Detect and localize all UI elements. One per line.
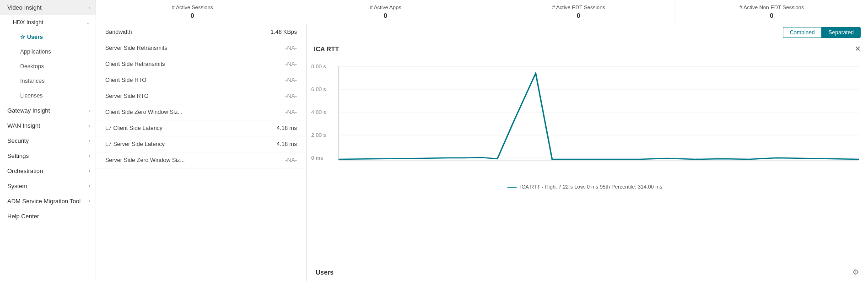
toggle-separated-button[interactable]: Separated bbox=[822, 27, 861, 38]
metrics-panel: Bandwidth 1.48 KBps Server Side Retransm… bbox=[96, 24, 307, 281]
chevron-right-icon: › bbox=[89, 5, 90, 10]
stats-bar: # Active Sessions 0 # Active Apps 0 # Ac… bbox=[96, 0, 868, 24]
sidebar-item-settings[interactable]: Settings › bbox=[0, 148, 96, 163]
stat-active-apps-label: # Active Apps bbox=[293, 5, 478, 10]
chart-header: ICA RTT ✕ bbox=[307, 41, 868, 57]
metric-l7-client-latency-value: 4.18 ms bbox=[277, 125, 297, 131]
stat-active-sessions-label: # Active Sessions bbox=[100, 5, 285, 10]
stat-active-sessions: # Active Sessions 0 bbox=[96, 0, 289, 24]
metric-server-rto-value: -NA- bbox=[285, 93, 297, 99]
metric-server-zero-window: Server Side Zero Window Siz... -NA- bbox=[96, 152, 306, 168]
chevron-right-icon: › bbox=[89, 108, 90, 113]
sidebar-item-orchestration[interactable]: Orchestration › bbox=[0, 163, 96, 178]
sidebar-item-label: Instances bbox=[20, 78, 45, 84]
stat-active-edt-sessions: # Active EDT Sessions 0 bbox=[482, 0, 675, 24]
metric-server-rto: Server Side RTO -NA- bbox=[96, 88, 306, 104]
metric-client-retransmits-label: Client Side Retransmits bbox=[105, 61, 165, 67]
metric-server-zero-window-value: -NA- bbox=[285, 157, 297, 163]
y-label-600: 6.00 s bbox=[311, 87, 326, 92]
chart-area: 8.00 s 6.00 s 4.00 s 2.00 s 0 ms bbox=[307, 57, 868, 263]
stat-active-apps: # Active Apps 0 bbox=[289, 0, 482, 24]
sidebar-item-label: ADM Service Migration Tool bbox=[7, 198, 81, 205]
sidebar-item-label: Licenses bbox=[20, 92, 43, 99]
chevron-right-icon: › bbox=[89, 153, 90, 158]
stat-active-apps-value: 0 bbox=[293, 12, 478, 19]
metric-client-zero-window-value: -NA- bbox=[285, 109, 297, 115]
sidebar-item-licenses[interactable]: Licenses bbox=[0, 88, 96, 103]
stat-active-non-edt-label: # Active Non-EDT Sessions bbox=[679, 5, 864, 10]
sidebar-item-instances[interactable]: Instances bbox=[0, 74, 96, 88]
metric-server-rto-label: Server Side RTO bbox=[105, 93, 149, 99]
metric-l7-server-latency: L7 Server Side Latency 4.18 ms bbox=[96, 136, 306, 152]
metric-client-rto-value: -NA- bbox=[285, 77, 297, 83]
stat-active-edt-label: # Active EDT Sessions bbox=[486, 5, 671, 10]
chart-panel: Combined Separated ICA RTT ✕ 8.00 s bbox=[307, 24, 868, 281]
close-icon[interactable]: ✕ bbox=[855, 44, 861, 53]
toggle-bar: Combined Separated bbox=[307, 24, 868, 41]
sidebar-item-video-insight[interactable]: Video Insight › bbox=[0, 0, 96, 15]
sidebar: Video Insight › HDX Insight ⌄ ☆ Users Ap… bbox=[0, 0, 96, 281]
sidebar-item-label: Settings bbox=[7, 152, 29, 159]
stat-active-sessions-value: 0 bbox=[100, 12, 285, 19]
chart-legend-text: ICA RTT - High: 7.22 s Low: 0 ms 95th Pe… bbox=[520, 184, 663, 189]
metric-client-retransmits-value: -NA- bbox=[285, 61, 297, 67]
sidebar-item-label: Security bbox=[7, 137, 29, 144]
metric-bandwidth-label: Bandwidth bbox=[105, 29, 132, 35]
sidebar-item-label: Orchestration bbox=[7, 168, 43, 174]
stat-active-non-edt-sessions: # Active Non-EDT Sessions 0 bbox=[675, 0, 868, 24]
legend-color-dot bbox=[507, 187, 517, 188]
metric-bandwidth-value: 1.48 KBps bbox=[270, 29, 297, 35]
metric-l7-server-latency-label: L7 Server Side Latency bbox=[105, 141, 165, 147]
ica-rtt-chart: 8.00 s 6.00 s 4.00 s 2.00 s 0 ms bbox=[311, 62, 859, 181]
metric-l7-server-latency-value: 4.18 ms bbox=[277, 141, 297, 147]
sidebar-item-desktops[interactable]: Desktops bbox=[0, 59, 96, 74]
y-label-400: 4.00 s bbox=[311, 110, 326, 115]
chevron-down-icon: ⌄ bbox=[86, 20, 90, 25]
sidebar-item-label: Users bbox=[27, 34, 90, 40]
y-label-200: 2.00 s bbox=[311, 133, 326, 138]
chevron-right-icon: › bbox=[89, 199, 90, 204]
sidebar-item-label: Help Center bbox=[7, 213, 39, 220]
content-area: Bandwidth 1.48 KBps Server Side Retransm… bbox=[96, 24, 868, 281]
sidebar-item-gateway-insight[interactable]: Gateway Insight › bbox=[0, 103, 96, 118]
sidebar-item-label: Video Insight bbox=[7, 4, 42, 11]
sidebar-item-applications[interactable]: Applications bbox=[0, 44, 96, 59]
toggle-combined-button[interactable]: Combined bbox=[783, 27, 822, 38]
metric-client-zero-window: Client Side Zero Window Siz... -NA- bbox=[96, 104, 306, 120]
y-label-0: 0 ms bbox=[311, 156, 323, 161]
chart-legend: ICA RTT - High: 7.22 s Low: 0 ms 95th Pe… bbox=[311, 182, 859, 191]
chevron-right-icon: › bbox=[89, 168, 90, 173]
sidebar-item-label: System bbox=[7, 183, 27, 189]
sidebar-item-label: WAN Insight bbox=[7, 122, 40, 129]
metric-client-rto: Client Side RTO -NA- bbox=[96, 72, 306, 88]
metric-l7-client-latency: L7 Client Side Latency 4.18 ms bbox=[96, 120, 306, 136]
metric-server-retransmits-label: Server Side Retransmits bbox=[105, 45, 167, 51]
sidebar-item-adm-migration[interactable]: ADM Service Migration Tool › bbox=[0, 194, 96, 209]
sidebar-item-wan-insight[interactable]: WAN Insight › bbox=[0, 118, 96, 133]
metric-client-rto-label: Client Side RTO bbox=[105, 77, 146, 83]
sidebar-item-label: Applications bbox=[20, 49, 51, 55]
metric-client-zero-window-label: Client Side Zero Window Siz... bbox=[105, 109, 183, 115]
sidebar-item-label: Desktops bbox=[20, 63, 44, 70]
sidebar-item-security[interactable]: Security › bbox=[0, 133, 96, 148]
metric-server-retransmits-value: -NA- bbox=[285, 45, 297, 51]
y-label-800: 8.00 s bbox=[311, 64, 326, 69]
metric-server-zero-window-label: Server Side Zero Window Siz... bbox=[105, 157, 185, 163]
metric-bandwidth: Bandwidth 1.48 KBps bbox=[96, 24, 306, 40]
chevron-right-icon: › bbox=[89, 184, 90, 189]
sidebar-item-users[interactable]: ☆ Users bbox=[0, 30, 96, 44]
sidebar-item-hdx-insight[interactable]: HDX Insight ⌄ bbox=[0, 15, 96, 30]
sidebar-item-help-center[interactable]: Help Center bbox=[0, 209, 96, 224]
users-section-title: Users bbox=[316, 269, 334, 276]
metric-client-retransmits: Client Side Retransmits -NA- bbox=[96, 56, 306, 72]
chart-title: ICA RTT bbox=[314, 45, 339, 53]
main-content: # Active Sessions 0 # Active Apps 0 # Ac… bbox=[96, 0, 868, 281]
chevron-right-icon: › bbox=[89, 123, 90, 128]
metric-server-retransmits: Server Side Retransmits -NA- bbox=[96, 40, 306, 56]
gear-icon[interactable]: ⚙ bbox=[852, 268, 859, 276]
stat-active-non-edt-value: 0 bbox=[679, 12, 864, 19]
star-icon: ☆ bbox=[20, 34, 25, 40]
users-section: Users ⚙ bbox=[307, 263, 868, 281]
sidebar-item-system[interactable]: System › bbox=[0, 178, 96, 194]
stat-active-edt-value: 0 bbox=[486, 12, 671, 19]
